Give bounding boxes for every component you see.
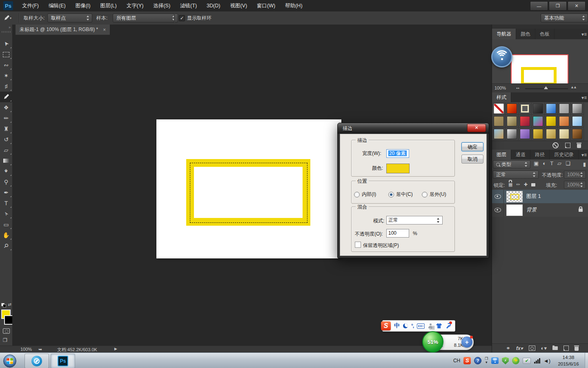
radio-inside[interactable]: 内部(I): [354, 191, 376, 198]
type-tool[interactable]: T: [0, 198, 12, 209]
history-brush-tool[interactable]: ↺: [0, 134, 12, 145]
opacity-dropdown[interactable]: 100%: [564, 171, 586, 179]
update-check-icon[interactable]: ✔: [523, 358, 531, 364]
restore-button[interactable]: ❐: [549, 1, 567, 11]
sogou-tray-icon[interactable]: S: [463, 357, 471, 364]
sogou-logo-icon[interactable]: S: [381, 321, 391, 330]
style-swatch[interactable]: [559, 103, 569, 114]
filter-shape-icon[interactable]: ▱: [557, 160, 561, 166]
taskbar-photoshop-button[interactable]: Ps: [51, 354, 75, 368]
filter-adjustment-icon[interactable]: ◐: [543, 160, 546, 166]
brush-tool[interactable]: ✏: [0, 113, 12, 123]
sample-size-dropdown[interactable]: 取样点: [47, 13, 92, 22]
width-input[interactable]: 20 像素: [386, 149, 409, 158]
cancel-button[interactable]: 取消: [461, 155, 483, 164]
mode-dropdown[interactable]: 正常: [386, 216, 443, 224]
style-swatch[interactable]: [559, 129, 569, 139]
layer-filter-dropdown[interactable]: 类型: [493, 160, 530, 168]
panel-menu-icon[interactable]: ▾≡: [581, 95, 587, 101]
menu-item[interactable]: 文字(Y): [122, 0, 149, 11]
menu-item[interactable]: 滤镜(T): [175, 0, 202, 11]
current-tool-icon[interactable]: ▾: [3, 13, 17, 22]
opacity-input[interactable]: 100: [386, 229, 409, 238]
layer-effects-icon[interactable]: fx▾: [516, 346, 523, 351]
panel-tab[interactable]: 样式: [492, 92, 511, 102]
style-swatch[interactable]: [572, 116, 582, 126]
crop-tool[interactable]: ♯: [0, 81, 12, 92]
punctuation-toggle[interactable]: °,: [411, 323, 414, 329]
quick-mask-button[interactable]: [3, 328, 10, 334]
wifi-tray-icon[interactable]: [491, 357, 499, 364]
shape-tool[interactable]: ▭: [0, 219, 12, 230]
volume-icon[interactable]: ◄): [543, 358, 550, 364]
document-tab[interactable]: 未标题-1 @ 100% (图层 1, RGB/8) * ×: [16, 25, 110, 35]
add-mask-icon[interactable]: [529, 346, 535, 351]
navigator-zoom-value[interactable]: 100%: [494, 85, 506, 90]
menu-item[interactable]: 图层(L): [95, 0, 121, 11]
visibility-cell[interactable]: [492, 190, 504, 203]
style-swatch[interactable]: [520, 116, 530, 126]
workspace-switcher[interactable]: 基本功能: [541, 13, 588, 22]
panel-tab[interactable]: 色板: [535, 29, 555, 39]
soft-keyboard-icon[interactable]: [417, 323, 425, 329]
ok-button[interactable]: 确定: [461, 142, 483, 151]
dodge-tool[interactable]: ⚲: [0, 177, 12, 187]
zoom-in-icon[interactable]: ▲▲: [570, 85, 576, 89]
dialog-close-button[interactable]: ✕: [467, 124, 486, 132]
panel-tab[interactable]: 图层: [492, 150, 511, 159]
show-hidden-icons[interactable]: ❐▾: [485, 357, 488, 364]
antivirus-shield-icon[interactable]: ⚡: [502, 357, 509, 364]
lasso-tool[interactable]: ∾: [0, 60, 12, 70]
clear-style-icon[interactable]: [552, 142, 559, 148]
eyedropper-tool[interactable]: [0, 92, 12, 102]
style-swatch[interactable]: [494, 129, 504, 139]
menu-item[interactable]: 选择(S): [148, 0, 175, 11]
panel-tab[interactable]: 导航器: [492, 29, 516, 39]
panel-menu-icon[interactable]: ▾≡: [581, 152, 587, 158]
menu-item[interactable]: 编辑(E): [44, 0, 71, 11]
taskbar-clock[interactable]: 14:38 2015/6/16: [554, 354, 583, 367]
move-tool[interactable]: ➤: [0, 38, 12, 49]
style-swatch[interactable]: [546, 129, 556, 139]
gradient-tool[interactable]: [0, 155, 12, 166]
panel-tab[interactable]: 历史记录: [550, 150, 579, 159]
layer-thumbnail[interactable]: [506, 204, 523, 216]
show-desktop-button[interactable]: [585, 353, 588, 368]
layer-row-1[interactable]: 图层 1: [492, 190, 588, 204]
style-swatch[interactable]: [507, 129, 517, 139]
style-swatch[interactable]: [494, 103, 504, 114]
menu-item[interactable]: 3D(D): [202, 0, 225, 11]
fullwidth-moon-icon[interactable]: [403, 323, 408, 328]
screen-mode-button[interactable]: ❐: [3, 337, 7, 343]
toolbar-grip[interactable]: [2, 31, 11, 33]
panel-tab[interactable]: 颜色: [516, 29, 535, 39]
menu-item[interactable]: 视图(V): [225, 0, 252, 11]
style-swatch[interactable]: [546, 116, 556, 126]
lock-all-icon[interactable]: [531, 183, 535, 186]
style-swatch[interactable]: [520, 103, 530, 114]
blend-mode-dropdown[interactable]: 正常: [493, 171, 539, 179]
account-icon[interactable]: 10: [428, 323, 433, 328]
link-layers-icon[interactable]: ⚭: [506, 345, 510, 351]
fill-dropdown[interactable]: 100%: [564, 181, 586, 189]
layer-name[interactable]: 图层 1: [526, 193, 541, 200]
memory-ball[interactable]: 51%: [422, 331, 443, 352]
new-style-icon[interactable]: [565, 143, 570, 148]
zoom-tool[interactable]: ⚲: [0, 240, 12, 251]
help-tray-icon[interactable]: ?: [474, 357, 481, 364]
document-canvas[interactable]: [156, 119, 341, 258]
panel-tab[interactable]: 通道: [511, 150, 530, 159]
menu-item[interactable]: 帮助(H): [280, 0, 307, 11]
layer-row-background[interactable]: 背景: [492, 203, 588, 217]
new-group-icon[interactable]: [552, 346, 558, 350]
style-swatch[interactable]: [533, 103, 543, 114]
start-button[interactable]: [3, 355, 16, 368]
lock-transparency-icon[interactable]: ▦: [508, 182, 512, 187]
accelerate-button[interactable]: +: [461, 337, 472, 348]
marquee-tool[interactable]: [0, 49, 12, 60]
delete-style-icon[interactable]: [577, 144, 581, 148]
health-plus-icon[interactable]: +: [512, 357, 519, 364]
style-swatch[interactable]: [533, 116, 543, 126]
status-arrow-icon[interactable]: ▶: [114, 347, 117, 351]
pen-tool[interactable]: ✒: [0, 187, 12, 198]
